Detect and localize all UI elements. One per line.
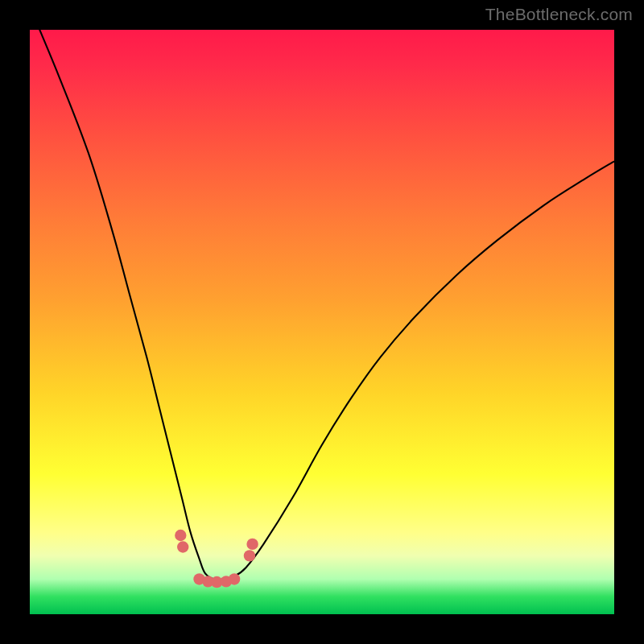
bottleneck-curve	[30, 6, 614, 580]
data-marker	[244, 550, 255, 561]
data-marker	[229, 573, 240, 584]
data-marker	[175, 530, 186, 541]
markers-group	[175, 530, 258, 588]
chart-frame: TheBottleneck.com	[0, 0, 644, 644]
plot-area	[30, 30, 614, 614]
data-marker	[177, 541, 188, 552]
data-marker	[246, 539, 258, 550]
curve-svg	[30, 30, 614, 614]
watermark-text: TheBottleneck.com	[485, 5, 633, 24]
